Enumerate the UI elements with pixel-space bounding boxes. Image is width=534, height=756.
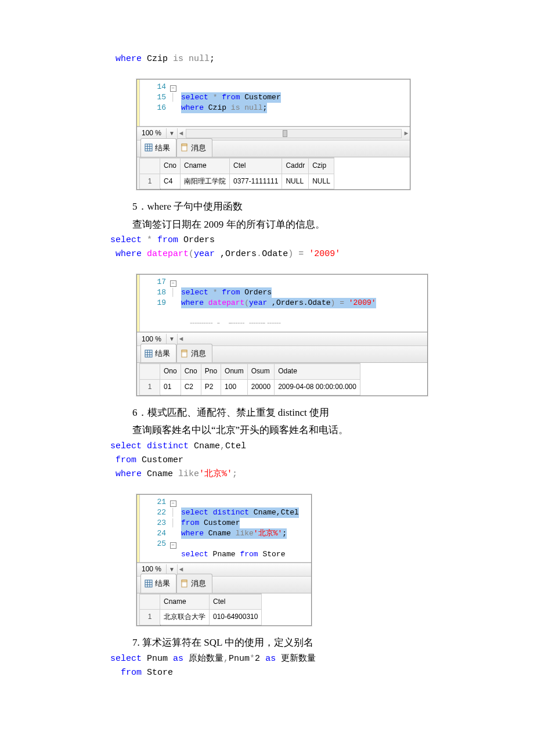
scroll-right-icon[interactable]: ► xyxy=(403,128,410,139)
zoom-dropdown-icon[interactable]: ▼ xyxy=(166,334,178,344)
svg-rect-14 xyxy=(145,580,152,587)
horizontal-scrollbar[interactable] xyxy=(186,129,402,138)
line-gutter: 17 18 19 00 xyxy=(140,275,168,332)
code-from-store: from Store xyxy=(110,666,493,680)
svg-rect-13 xyxy=(182,350,187,352)
heading-6: 6．模式匹配、通配符、禁止重复 distinct 使用 xyxy=(132,404,493,422)
doc-icon xyxy=(181,143,189,152)
zoom-dropdown-icon[interactable]: ▼ xyxy=(166,564,178,575)
code-where-czip: where Czip is null; xyxy=(110,52,493,66)
doc-icon xyxy=(181,579,189,588)
zoom-dropdown-icon[interactable]: ▼ xyxy=(166,128,178,139)
heading-5: 5．where 子句中使用函数 xyxy=(132,198,493,216)
screenshot-block-6: 21 22 23 24 25 − │ │ − select distinct C… xyxy=(136,494,312,626)
svg-rect-7 xyxy=(145,350,152,357)
tab-results[interactable]: 结果 xyxy=(140,138,176,157)
svg-rect-6 xyxy=(182,144,187,146)
svg-rect-0 xyxy=(145,144,152,151)
doc-icon xyxy=(181,350,189,358)
heading-7: 7. 算术运算符在 SQL 中的使用，定义别名 xyxy=(132,634,493,652)
scroll-left-icon[interactable]: ◄ xyxy=(178,128,185,139)
line-gutter: 21 22 23 24 25 xyxy=(140,495,168,562)
result-grid-4: Cno Cname Ctel Caddr Czip 1 C4 南阳理工学院 03… xyxy=(140,157,334,189)
tab-messages[interactable]: 消息 xyxy=(176,344,212,362)
code-area[interactable]: select distinct Cname,Ctel from Customer… xyxy=(178,495,311,562)
tab-results[interactable]: 结果 xyxy=(140,344,176,362)
code-from-customer: from Customer xyxy=(110,453,493,467)
result-grid-6: Cname Ctel 1 北京联合大学 010-64900310 xyxy=(140,593,262,625)
sql-editor: 21 22 23 24 25 − │ │ − select distinct C… xyxy=(137,495,311,563)
grid-icon xyxy=(145,579,153,588)
fold-column: − │ xyxy=(168,80,178,126)
tab-results[interactable]: 结果 xyxy=(140,574,176,592)
grid-icon xyxy=(145,350,153,358)
sql-editor: 14 15 16 − │ select * from Customer wher… xyxy=(137,80,410,127)
result-grid-5: Ono Cno Pno Onum Osum Odate 1 01 C2 P2 1… xyxy=(140,363,360,395)
result-tabs: 结果 消息 xyxy=(137,141,410,157)
code-select-as: select Pnum as 原始数量,Pnum*2 as 更新数量 xyxy=(110,652,493,666)
fold-column: − │ │ − xyxy=(168,495,178,562)
desc-6: 查询顾客姓名中以“北京”开头的顾客姓名和电话。 xyxy=(132,422,493,440)
code-select-orders: select * from Orders xyxy=(110,233,493,247)
code-where-datepart: where datepart(year ,Orders.Odate) = '20… xyxy=(110,247,493,261)
line-gutter: 14 15 16 xyxy=(140,80,168,126)
svg-rect-20 xyxy=(182,580,187,582)
result-tabs: 结果 消息 xyxy=(137,577,311,593)
tab-messages[interactable]: 消息 xyxy=(176,574,212,592)
code-area[interactable]: select * from Customer where Czip is nul… xyxy=(178,80,410,126)
code-where-like: where Cname like'北京%'; xyxy=(110,467,493,481)
table-row[interactable]: 1 C4 南阳理工学院 0377-1111111 NULL NULL xyxy=(140,174,334,189)
grid-icon xyxy=(145,143,153,152)
screenshot-block-4: 14 15 16 − │ select * from Customer wher… xyxy=(136,79,410,190)
tab-messages[interactable]: 消息 xyxy=(176,138,212,157)
screenshot-block-5: 17 18 19 00 − │ select * from Orders whe… xyxy=(136,274,428,395)
code-area[interactable]: select * from Orders where datepart(year… xyxy=(178,275,427,332)
result-tabs: 结果 消息 xyxy=(137,346,427,363)
table-row[interactable]: 1 北京联合大学 010-64900310 xyxy=(140,610,262,625)
fold-column: − │ xyxy=(168,275,178,332)
table-row[interactable]: 1 01 C2 P2 100 20000 2009-04-08 00:00:00… xyxy=(140,379,360,395)
code-select-distinct: select distinct Cname,Ctel xyxy=(110,440,493,453)
desc-5: 查询签订日期在 2009 年的所有订单的信息。 xyxy=(132,216,493,234)
sql-editor: 17 18 19 00 − │ select * from Orders whe… xyxy=(137,275,427,332)
